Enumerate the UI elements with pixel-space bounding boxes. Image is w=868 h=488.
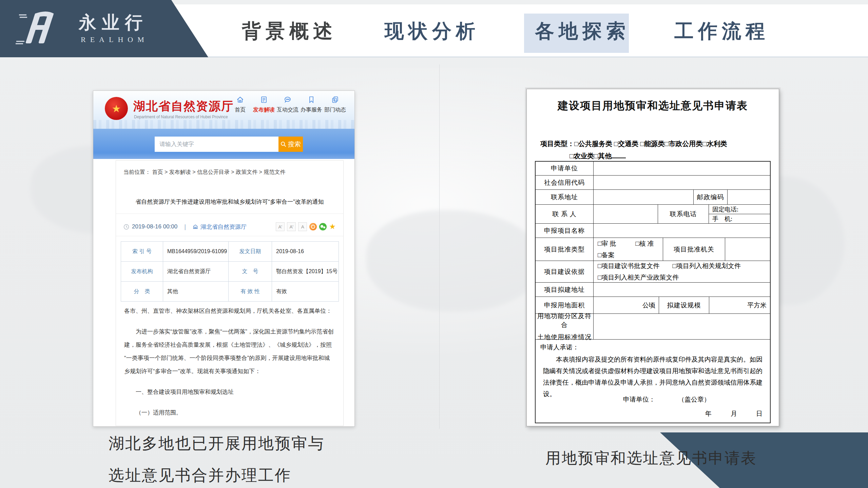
form-screenshot: 建设项目用地预审和选址意见书申请表 项目类型：□公共服务类 □交通类 □能源类□… bbox=[526, 89, 779, 426]
approval-type-options: □审 批 □核 准 □备案 bbox=[593, 238, 663, 261]
form-row: 项目建设依据 □项目建议书批复文件 □项目列入相关规划文件 □项目列入相关产业政… bbox=[536, 261, 770, 282]
article-card: 当前位置： 首页 > 发布解读 > 信息公开目录 > 政策文件 > 规范文件 省… bbox=[116, 160, 344, 426]
form-blank-cell bbox=[725, 238, 770, 261]
pages-icon bbox=[331, 96, 339, 104]
national-emblem-icon: ★ bbox=[105, 97, 128, 120]
font-size-small-button[interactable]: A' bbox=[287, 222, 296, 231]
info-label: 发布机构 bbox=[121, 262, 163, 281]
site-nav-label: 部门动态 bbox=[324, 106, 346, 114]
site-nav-home[interactable]: 首页 bbox=[230, 96, 251, 114]
form-blank-cell bbox=[593, 224, 770, 238]
form-blank-cell bbox=[593, 283, 770, 297]
site-header: ★ 湖北省自然资源厅 Department of Natural Resourc… bbox=[93, 91, 354, 129]
date-line: 年 月 日 bbox=[705, 409, 765, 418]
panel-divider bbox=[439, 64, 440, 429]
form-label: 联系地址 bbox=[536, 190, 593, 204]
wechat-share-icon[interactable] bbox=[319, 223, 327, 230]
article-paragraph: 各市、州、直管市、神农架林区自然资源和规划局，厅机关各处室、各直属单位： bbox=[124, 304, 335, 318]
fixed-phone-label: 固定电话: bbox=[709, 205, 770, 214]
checkbox-options: □项目列入相关产业政策文件 bbox=[598, 273, 679, 282]
info-value: MB1644959/2019-61099 bbox=[163, 242, 228, 261]
form-label: 拟建设规模 bbox=[659, 297, 709, 313]
info-value: 其他 bbox=[163, 282, 228, 301]
form-title: 建设项目用地预审和选址意见书申请表 bbox=[527, 99, 779, 113]
form-label: 联系电话 bbox=[658, 205, 709, 223]
form-blank-cell bbox=[593, 176, 770, 189]
form-blank-cell bbox=[593, 190, 693, 204]
info-value: 湖北省自然资源厅 bbox=[163, 262, 228, 281]
favorite-star-icon[interactable]: ★ bbox=[329, 223, 336, 230]
left-caption-line2: 选址意见书合并办理工作 bbox=[109, 465, 291, 486]
form-label: 项目批准机关 bbox=[663, 238, 725, 261]
table-row: 索 引 号 MB1644959/2019-61099 发文日期 2019-08-… bbox=[121, 242, 339, 262]
article-meta: 2019-08-16 00:00 ｜ 湖北省自然资源厅 A' A' A ★ bbox=[123, 221, 336, 232]
right-caption: 用地预审和选址意见书申请表 bbox=[545, 448, 757, 468]
article-source: 湖北省自然资源厅 bbox=[200, 223, 247, 231]
phone-split-cell: 固定电话: 手 机: bbox=[709, 205, 770, 223]
form-label: 联 系 人 bbox=[536, 205, 593, 223]
article-date: 2019-08-16 00:00 bbox=[132, 223, 177, 230]
share-toolbar: A' A' A ★ bbox=[276, 222, 336, 231]
tab-work-process[interactable]: 工作流程 bbox=[674, 18, 769, 44]
site-nav-release[interactable]: 发布解读 bbox=[253, 96, 274, 114]
document-icon bbox=[260, 96, 268, 104]
promise-body: 本表填报内容及提交的所有资料的原件或复印件及其内容是真实的。如因隐瞒有关情况或者… bbox=[543, 354, 763, 400]
table-row: 分 类 其他 有 效 性 有效 bbox=[121, 282, 339, 302]
article-section-heading: 一、整合建设项目用地预审和规划选址 bbox=[124, 385, 335, 399]
form-label: 申报用地面积 bbox=[536, 297, 593, 313]
form-row: 申请单位 bbox=[536, 162, 770, 175]
slide-header: 背景概述 现状分析 各地探索 工作流程 永业行 bbox=[0, 0, 868, 57]
left-caption-line1: 湖北多地也已开展用地预审与 bbox=[109, 433, 325, 454]
form-row: 项目批准类型 □审 批 □核 准 □备案 项目批准机关 bbox=[536, 238, 770, 261]
info-label: 文 号 bbox=[228, 262, 272, 281]
form-row: 项目拟建地址 bbox=[536, 282, 770, 297]
site-nav-label: 发布解读 bbox=[253, 106, 275, 114]
tab-status-analysis[interactable]: 现状分析 bbox=[385, 18, 480, 44]
search-icon bbox=[281, 141, 286, 147]
site-nav-interact[interactable]: 互动交流 bbox=[277, 96, 298, 114]
search-input[interactable] bbox=[155, 137, 278, 152]
project-type-line1: 项目类型：□公共服务类 □交通类 □能源类□市政公用类□水利类 bbox=[540, 139, 727, 148]
form-row: 申报用地面积 公顷 拟建设规模 平方米 bbox=[536, 297, 770, 313]
tab-background-overview[interactable]: 背景概述 bbox=[242, 18, 337, 44]
blank-underline bbox=[612, 151, 626, 158]
form-row: 社会信用代码 bbox=[536, 175, 770, 189]
slide-canvas: 背景概述 现状分析 各地探索 工作流程 永业行 bbox=[0, 0, 868, 488]
mobile-phone-label: 手 机: bbox=[709, 214, 770, 223]
form-label: 邮政编码 bbox=[693, 190, 727, 204]
form-label: 申报项目名称 bbox=[536, 224, 593, 238]
form-blank-cell bbox=[593, 162, 770, 175]
form-label-line: 用地功能分区及符合 bbox=[536, 312, 593, 329]
project-type-line2-text: □农业类□其他 bbox=[570, 152, 612, 160]
search-button[interactable]: 搜索 bbox=[278, 137, 303, 152]
weibo-share-icon[interactable] bbox=[309, 223, 317, 230]
article-title: 省自然资源厅关于推进建设用地审批和城乡规划许可“多审合一”改革的通知 bbox=[116, 198, 343, 206]
promise-title: 申请人承诺： bbox=[540, 343, 765, 352]
meta-separator: ｜ bbox=[182, 223, 188, 231]
tab-regional-exploration[interactable]: 各地探索 bbox=[535, 18, 630, 44]
breadcrumb[interactable]: 当前位置： 首页 > 发布解读 > 信息公开目录 > 政策文件 > 规范文件 bbox=[123, 169, 285, 176]
article-paragraph: （一）适用范围。 bbox=[124, 406, 335, 419]
sign-unit-label: 申请单位： bbox=[623, 395, 655, 404]
font-size-large-button[interactable]: A' bbox=[276, 222, 285, 231]
info-label: 索 引 号 bbox=[121, 242, 163, 261]
font-size-reset-button[interactable]: A bbox=[298, 222, 307, 231]
form-row: 申报项目名称 bbox=[536, 223, 770, 238]
checkbox-options: □审 批 □核 准 bbox=[598, 239, 654, 248]
info-label: 有 效 性 bbox=[228, 282, 272, 301]
logo-text-en: REALHOM bbox=[81, 35, 149, 44]
bookmark-icon bbox=[307, 96, 315, 104]
home-icon bbox=[236, 96, 244, 104]
site-nav-label: 办事服务 bbox=[301, 106, 322, 114]
form-label: 申请单位 bbox=[536, 162, 593, 175]
site-nav-department[interactable]: 部门动态 bbox=[325, 96, 346, 114]
skyline-decoration bbox=[93, 120, 354, 129]
site-nav: 首页 发布解读 互动交流 办事服务 部门动态 bbox=[230, 96, 346, 114]
info-label: 分 类 bbox=[121, 282, 163, 301]
site-nav-label: 互动交流 bbox=[277, 106, 298, 114]
seal-label: （盖公章） bbox=[678, 395, 710, 404]
site-nav-services[interactable]: 办事服务 bbox=[301, 96, 322, 114]
form-blank-cell bbox=[593, 314, 770, 339]
form-blank-cell bbox=[593, 205, 658, 223]
company-logo: 永业行 REALHOM bbox=[0, 0, 208, 57]
